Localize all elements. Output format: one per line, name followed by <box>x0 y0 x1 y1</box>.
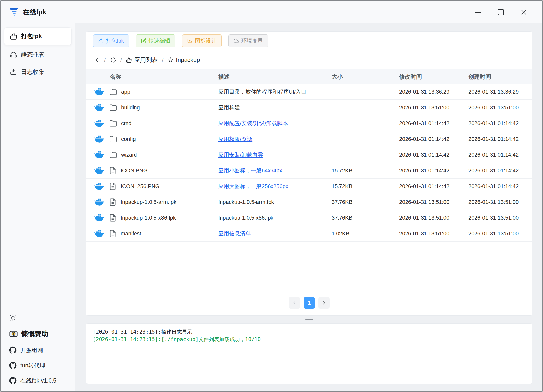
sidebar-item-label: 日志收集 <box>21 68 45 76</box>
file-icon <box>109 198 117 206</box>
sidebar-item-label: 打包fpk <box>21 32 42 40</box>
modified-time: 2026-01-31 01:14:42 <box>399 152 468 158</box>
table-row[interactable]: wizard 应用安装/卸载向导 2026-01-31 01:14:42 202… <box>86 147 532 163</box>
created-time: 2026-01-31 13:51:00 <box>468 199 532 205</box>
name-cell: wizard <box>86 150 218 159</box>
name-cell: config <box>86 135 218 143</box>
chevron-left-icon <box>94 57 100 63</box>
file-desc[interactable]: 应用权限/资源 <box>218 135 332 143</box>
sidebar-item-log-collect[interactable]: 日志收集 <box>1 63 75 81</box>
app-version-link[interactable]: 在线fpk v1.0.5 <box>1 373 75 388</box>
folder-icon <box>109 135 117 143</box>
next-page-button[interactable] <box>318 297 330 309</box>
open-source-network-link[interactable]: 开源组网 <box>1 343 75 358</box>
file-desc: fnpackup-1.0.5-x86.fpk <box>218 215 332 221</box>
files-panel: 打包fpk 快速编辑 图标设计 <box>86 31 532 316</box>
button-label: 图标设计 <box>195 37 217 45</box>
star-icon[interactable] <box>168 57 174 63</box>
modified-time: 2026-01-31 13:36:29 <box>399 89 468 95</box>
footer-item-label: tun转代理 <box>20 362 45 369</box>
log-panel: [2026-01-31 14:23:15]:操作日志显示[2026-01-31 … <box>86 323 532 384</box>
quick-edit-button[interactable]: 快速编辑 <box>136 34 175 47</box>
sidebar-item-label: 静态托管 <box>21 51 45 59</box>
table-row[interactable]: fnpackup-1.0.5-arm.fpk fnpackup-1.0.5-ar… <box>86 194 532 210</box>
docker-icon <box>94 182 104 191</box>
main-content: 打包fpk 快速编辑 图标设计 <box>76 23 542 391</box>
created-time: 2026-01-31 01:14:42 <box>468 183 532 190</box>
headphones-icon <box>10 51 17 58</box>
header-mtime: 修改时间 <box>399 73 468 81</box>
chevron-right-icon <box>322 301 326 305</box>
file-icon <box>109 230 117 238</box>
modified-time: 2026-01-31 13:51:00 <box>399 230 468 237</box>
docker-icon <box>94 103 104 112</box>
file-name: ICON.PNG <box>121 167 148 174</box>
table-row[interactable]: ICON_256.PNG 应用大图标，一般256x256px 15.72KB 2… <box>86 179 532 194</box>
file-desc[interactable]: 应用信息清单 <box>218 230 332 237</box>
resize-handle[interactable] <box>305 319 313 320</box>
env-vars-button[interactable]: 环境变量 <box>228 34 268 47</box>
file-desc[interactable]: 应用大图标，一般256x256px <box>218 183 332 190</box>
image-icon <box>187 38 193 44</box>
panel-divider <box>86 316 532 323</box>
folder-icon <box>109 151 117 159</box>
table-row[interactable]: building 应用构建 2026-01-31 13:51:00 2026-0… <box>86 100 532 115</box>
minimize-icon <box>475 12 481 13</box>
page-1-button[interactable]: 1 <box>304 297 315 309</box>
file-desc[interactable]: 应用小图标，一般64x64px <box>218 167 332 174</box>
breadcrumb-app-list[interactable]: 应用列表 <box>126 56 158 64</box>
file-size: 1.02KB <box>332 230 399 237</box>
modified-time: 2026-01-31 13:51:00 <box>399 215 468 221</box>
created-time: 2026-01-31 01:14:42 <box>468 167 532 174</box>
app-window: 在线fpk 打包fpk 静态托管 <box>0 0 543 392</box>
table-row[interactable]: config 应用权限/资源 2026-01-31 01:14:42 2026-… <box>86 131 532 147</box>
close-button[interactable] <box>512 1 535 23</box>
table-row[interactable]: fnpackup-1.0.5-x86.fpk fnpackup-1.0.5-x8… <box>86 210 532 226</box>
name-cell: fnpackup-1.0.5-arm.fpk <box>86 198 218 206</box>
sponsor-link[interactable]: 慷慨赞助 <box>1 325 75 343</box>
icon-design-button[interactable]: 图标设计 <box>182 34 222 47</box>
created-time: 2026-01-31 13:51:00 <box>468 230 532 237</box>
tun-proxy-link[interactable]: tun转代理 <box>1 358 75 373</box>
back-button[interactable] <box>94 57 100 63</box>
close-icon <box>520 8 527 16</box>
sidebar-item-pack-fpk[interactable]: 打包fpk <box>4 27 72 45</box>
maximize-button[interactable] <box>490 1 512 23</box>
table-row[interactable]: manifest 应用信息清单 1.02KB 2026-01-31 13:51:… <box>86 226 532 242</box>
sun-icon <box>9 314 17 322</box>
created-time: 2026-01-31 01:14:42 <box>468 120 532 127</box>
table-row[interactable]: ICON.PNG 应用小图标，一般64x64px 15.72KB 2026-01… <box>86 163 532 179</box>
modified-time: 2026-01-31 01:14:42 <box>399 136 468 142</box>
table-empty-space <box>86 242 532 297</box>
header-desc: 描述 <box>218 73 332 81</box>
file-name: ICON_256.PNG <box>121 183 160 190</box>
file-desc[interactable]: 应用配置/安装/升级/卸载脚本 <box>218 120 332 127</box>
refresh-button[interactable] <box>110 57 116 63</box>
sidebar-item-static-hosting[interactable]: 静态托管 <box>1 46 75 63</box>
name-cell: cmd <box>86 119 218 128</box>
sidebar: 打包fpk 静态托管 日志收集 慷慨赞助 <box>1 23 75 391</box>
pagination: 1 <box>86 297 532 315</box>
pack-fpk-button[interactable]: 打包fpk <box>93 34 129 47</box>
breadcrumb-label: 应用列表 <box>134 56 158 64</box>
table-row[interactable]: app 应用目录，放你的程序和程序UI/入口 2026-01-31 13:36:… <box>86 84 532 100</box>
github-icon <box>9 346 17 354</box>
sponsor-card-icon <box>9 329 18 338</box>
file-name: building <box>121 104 140 111</box>
file-size: 15.72KB <box>332 167 399 174</box>
log-line: [2026-01-31 14:23:15]:操作日志显示 <box>93 328 526 336</box>
file-desc[interactable]: 应用安装/卸载向导 <box>218 151 332 159</box>
chevron-left-icon <box>292 301 297 305</box>
prev-page-button[interactable] <box>289 297 300 309</box>
minimize-button[interactable] <box>467 1 490 23</box>
app-logo <box>8 6 19 18</box>
theme-toggle[interactable] <box>1 310 75 325</box>
created-time: 2026-01-31 01:14:42 <box>468 136 532 142</box>
file-desc: 应用目录，放你的程序和程序UI/入口 <box>218 88 332 96</box>
button-label: 快速编辑 <box>149 37 170 45</box>
button-label: 打包fpk <box>106 37 124 45</box>
table-header: 名称 描述 大小 修改时间 创建时间 <box>86 69 532 84</box>
file-name: wizard <box>121 152 137 158</box>
table-row[interactable]: cmd 应用配置/安装/升级/卸载脚本 2026-01-31 01:14:42 … <box>86 115 532 131</box>
pack-hand-icon <box>10 33 17 40</box>
